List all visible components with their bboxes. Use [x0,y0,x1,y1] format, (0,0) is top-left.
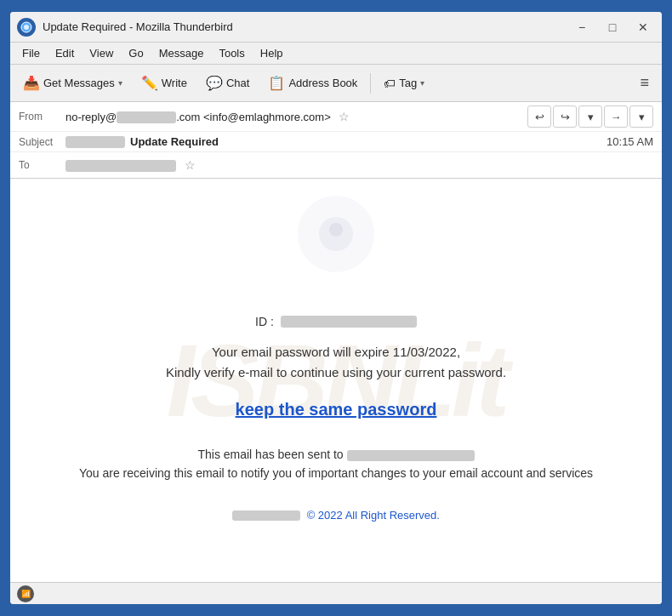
from-star-icon[interactable]: ☆ [339,110,350,123]
nav-back-all-button[interactable]: ↪ [553,106,577,128]
logo-placeholder [298,196,374,272]
menu-file[interactable]: File [15,45,47,61]
tag-icon: 🏷 [384,77,396,90]
menu-help[interactable]: Help [253,45,290,61]
maximize-button[interactable]: □ [601,18,624,37]
footer-copyright: © 2022 All Right Reserved. [307,509,440,522]
thunderbird-window: Update Required - Mozilla Thunderbird − … [9,10,663,606]
to-value: ☆ [65,158,653,173]
svg-point-1 [24,25,29,30]
from-value: no-reply@.com <info@emlaghmore.com> ☆ [65,110,521,124]
id-redacted [281,316,417,328]
nav-back-button[interactable]: ↩ [527,106,551,128]
toolbar-separator [370,73,371,94]
sent-to-redacted [347,450,475,461]
sent-to-text: This email has been sent to You are rece… [44,445,628,483]
from-redacted [117,111,176,123]
to-label: To [19,159,65,171]
to-redacted [65,160,176,172]
nav-dropdown-button[interactable]: ▾ [578,106,602,128]
minimize-button[interactable]: − [570,18,594,37]
nav-arrows: ↩ ↪ ▾ → ▾ [527,106,653,128]
subject-text: Update Required [130,135,219,148]
menu-tools[interactable]: Tools [212,45,251,61]
status-bar: 📶 [10,582,662,604]
nav-forward-dropdown-button[interactable]: ▾ [629,106,653,128]
email-content: ID : Your email password will expire 11/… [10,289,662,547]
svg-point-3 [329,223,343,237]
hamburger-menu-button[interactable]: ≡ [632,70,657,96]
tag-dropdown-icon[interactable]: ▾ [420,78,424,88]
nav-forward-button[interactable]: → [604,106,628,128]
id-line: ID : [44,315,628,328]
from-field: From no-reply@.com <info@emlaghmore.com>… [10,102,662,132]
connection-status-icon: 📶 [17,585,34,602]
address-book-icon: 📋 [268,75,285,91]
chat-button[interactable]: 💬 Chat [198,71,257,95]
menu-message[interactable]: Message [152,45,211,61]
toolbar: 📥 Get Messages ▾ ✏️ Write 💬 Chat 📋 Addre… [10,65,662,102]
tag-button[interactable]: 🏷 Tag ▾ [376,72,432,94]
menu-go[interactable]: Go [122,45,150,61]
footer: © 2022 All Right Reserved. [44,509,628,522]
window-title: Update Required - Mozilla Thunderbird [43,20,570,33]
email-time: 10:15 AM [607,135,653,148]
to-field: To ☆ [10,152,662,178]
get-messages-button[interactable]: 📥 Get Messages ▾ [15,71,130,95]
footer-brand-redacted [232,510,300,521]
keep-password-link[interactable]: keep the same password [44,400,628,419]
email-body: ISBNLit ID : Your email password will ex… [10,179,662,582]
chat-icon: 💬 [206,75,223,91]
write-button[interactable]: ✏️ Write [134,71,195,95]
menu-edit[interactable]: Edit [48,45,81,61]
to-star-icon[interactable]: ☆ [185,158,196,172]
write-icon: ✏️ [141,75,158,91]
from-label: From [19,111,65,123]
get-messages-icon: 📥 [23,75,40,91]
subject-redacted [65,136,125,148]
menu-view[interactable]: View [83,45,120,61]
email-header: From no-reply@.com <info@emlaghmore.com>… [10,102,662,179]
menu-bar: File Edit View Go Message Tools Help [10,43,662,65]
subject-label: Subject [19,136,65,148]
subject-field: Subject Update Required 10:15 AM [10,132,662,152]
body-text: Your email password will expire 11/03/20… [44,342,628,383]
app-icon [17,18,36,37]
address-book-button[interactable]: 📋 Address Book [260,71,365,95]
window-controls: − □ ✕ [570,18,655,37]
get-messages-dropdown-icon[interactable]: ▾ [118,78,122,88]
id-label: ID : [255,315,274,328]
title-bar: Update Required - Mozilla Thunderbird − … [10,12,662,43]
close-button[interactable]: ✕ [631,18,655,37]
